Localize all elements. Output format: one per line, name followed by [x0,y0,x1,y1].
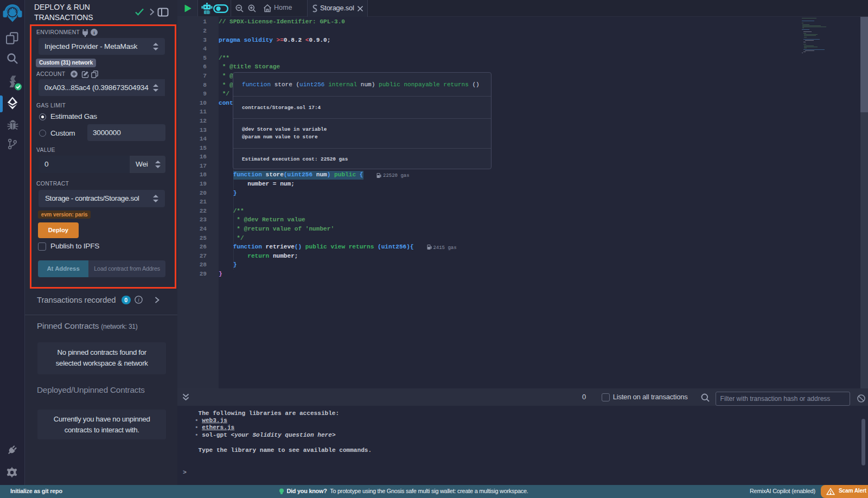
svg-text:i: i [138,297,139,303]
